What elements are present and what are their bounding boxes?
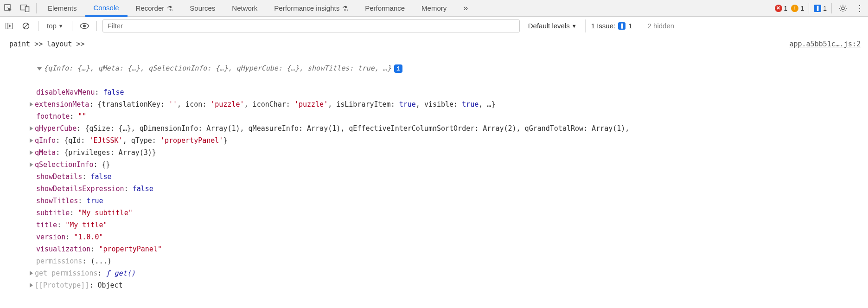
tab-more[interactable]: » <box>455 0 476 17</box>
context-label: top <box>47 22 57 30</box>
svg-point-3 <box>842 7 844 10</box>
prop-permissions[interactable]: permissions: (...) <box>9 255 868 267</box>
error-count: 1 <box>784 5 788 12</box>
prop-get-permissions[interactable]: get permissions: ƒ get() <box>9 267 868 279</box>
expand-toggle-icon[interactable] <box>30 138 33 143</box>
expand-toggle-icon[interactable] <box>30 271 33 276</box>
levels-label: Default levels <box>528 22 570 30</box>
tab-elements[interactable]: Elements <box>39 0 85 17</box>
tab-console[interactable]: Console <box>85 0 128 17</box>
prop-prototype[interactable]: [[Prototype]]: Object <box>9 279 868 291</box>
settings-icon[interactable] <box>836 2 849 15</box>
svg-rect-2 <box>26 6 29 12</box>
tab-sources[interactable]: Sources <box>181 0 223 17</box>
prop-footnote[interactable]: footnote: "" <box>9 110 868 122</box>
separator <box>809 3 809 13</box>
message-badge[interactable]: ❚ 1 <box>814 5 827 12</box>
separator <box>36 3 37 13</box>
prop-title[interactable]: title: "My title" <box>9 219 868 231</box>
clear-console-icon[interactable] <box>19 19 32 32</box>
prop-version[interactable]: version: "1.0.0" <box>9 231 868 243</box>
info-icon[interactable]: i <box>394 64 402 73</box>
prop-qMeta[interactable]: qMeta: {privileges: Array(3)} <box>9 147 868 159</box>
tab-memory[interactable]: Memory <box>413 0 455 17</box>
object-summary[interactable]: {qInfo: {…}, qMeta: {…}, qSelectionInfo:… <box>9 50 868 86</box>
flask-icon: ⚗ <box>167 5 173 12</box>
issues-chip[interactable]: 1 Issue: ❚ 1 <box>585 19 638 32</box>
svg-point-10 <box>83 25 86 27</box>
tab-performance-insights[interactable]: Performance insights ⚗ <box>266 0 357 17</box>
prop-qInfo[interactable]: qInfo: {qId: 'EJtSSK', qType: 'propertyP… <box>9 135 868 147</box>
hidden-label: 2 hidden <box>648 22 675 30</box>
console-toolbar: top ▼ Default levels ▼ 1 Issue: ❚ 1 2 hi… <box>0 17 868 35</box>
expand-toggle-icon[interactable] <box>30 126 33 131</box>
separator <box>96 21 97 31</box>
message-count: 1 <box>823 5 827 12</box>
expand-toggle-icon[interactable] <box>30 150 33 155</box>
issue-icon: ❚ <box>618 22 625 30</box>
log-prefix: paint >> layout >> <box>9 38 85 50</box>
prop-visualization[interactable]: visualization: "propertyPanel" <box>9 243 868 255</box>
tab-recorder[interactable]: Recorder ⚗ <box>128 0 182 17</box>
svg-marker-6 <box>9 25 11 27</box>
warning-count: 1 <box>800 5 804 12</box>
prop-disableNavMenu[interactable]: disableNavMenu: false <box>9 86 868 98</box>
tab-recorder-label: Recorder <box>136 4 165 12</box>
tab-network[interactable]: Network <box>223 0 266 17</box>
issue-label: 1 Issue: <box>591 22 616 30</box>
expand-toggle-icon[interactable] <box>30 283 33 288</box>
prop-qHyperCube[interactable]: qHyperCube: {qSize: {…}, qDimensionInfo:… <box>9 122 868 135</box>
chevron-down-icon: ▼ <box>58 23 64 29</box>
prop-showTitles[interactable]: showTitles: true <box>9 195 868 207</box>
expand-toggle-icon[interactable] <box>37 67 42 71</box>
source-link[interactable]: app.a5bb51c….js:2 <box>789 38 861 50</box>
hidden-chip[interactable]: 2 hidden <box>642 19 680 32</box>
separator <box>38 21 38 31</box>
log-levels-selector[interactable]: Default levels ▼ <box>523 22 581 30</box>
console-output: paint >> layout >> app.a5bb51c….js:2 {qI… <box>0 35 868 294</box>
prop-subtitle[interactable]: subtitle: "My subtitle" <box>9 207 868 219</box>
device-toggle-icon[interactable] <box>19 2 32 15</box>
live-expression-icon[interactable] <box>78 19 91 32</box>
context-selector[interactable]: top ▼ <box>44 22 66 30</box>
issue-count: 1 <box>628 22 632 30</box>
toggle-sidebar-icon[interactable] <box>3 19 16 32</box>
filter-input[interactable] <box>102 19 520 32</box>
prop-showDetails[interactable]: showDetails: false <box>9 171 868 183</box>
separator <box>831 3 832 13</box>
separator <box>72 21 72 31</box>
message-icon: ❚ <box>814 5 821 12</box>
warning-badge[interactable]: ! 1 <box>791 5 804 12</box>
prop-extensionMeta[interactable]: extensionMeta: {translationKey: '', icon… <box>9 98 868 110</box>
error-icon: ✕ <box>775 5 782 12</box>
expand-toggle-icon[interactable] <box>30 102 33 107</box>
inspect-icon[interactable] <box>2 2 15 15</box>
expand-toggle-icon[interactable] <box>30 162 33 167</box>
flask-icon: ⚗ <box>342 5 348 12</box>
svg-line-8 <box>24 24 28 28</box>
devtools-tabbar: Elements Console Recorder ⚗ Sources Netw… <box>0 0 868 17</box>
prop-showDetailsExpression[interactable]: showDetailsExpression: false <box>9 183 868 195</box>
prop-qSelectionInfo[interactable]: qSelectionInfo: {} <box>9 159 868 171</box>
tab-performance[interactable]: Performance <box>357 0 413 17</box>
chevron-down-icon: ▼ <box>572 23 577 29</box>
error-badge[interactable]: ✕ 1 <box>775 5 788 12</box>
kebab-menu-icon[interactable]: ⋮ <box>853 2 866 15</box>
warning-icon: ! <box>791 5 798 12</box>
tab-perfinsights-label: Performance insights <box>274 4 339 12</box>
